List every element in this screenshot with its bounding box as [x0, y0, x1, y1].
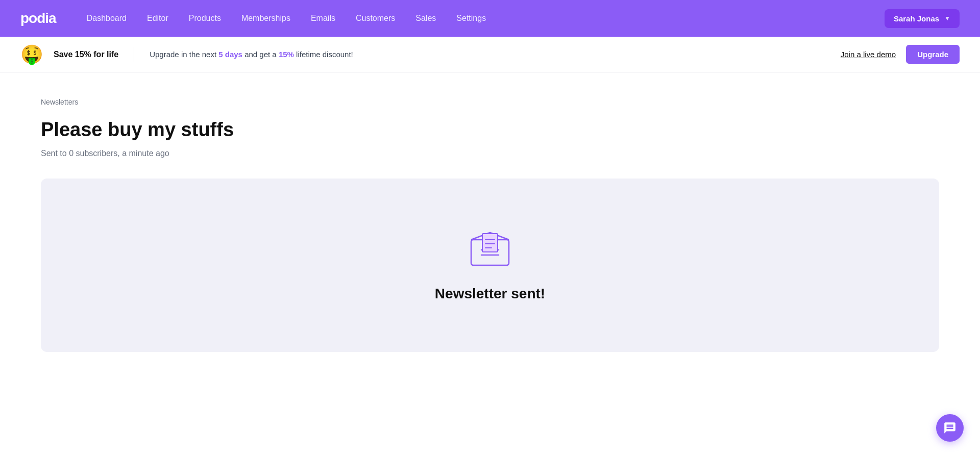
- page-title: Please buy my stuffs: [41, 118, 939, 142]
- promo-bar: 🤑 Save 15% for life Upgrade in the next …: [0, 37, 980, 72]
- nav-links: Dashboard Editor Products Memberships Em…: [87, 14, 885, 23]
- page-subtitle: Sent to 0 subscribers, a minute ago: [41, 149, 939, 158]
- chat-button[interactable]: [936, 414, 964, 442]
- nav-settings[interactable]: Settings: [456, 14, 486, 23]
- nav-sales[interactable]: Sales: [415, 14, 436, 23]
- brand-logo[interactable]: podia: [20, 10, 56, 27]
- promo-days-highlight: 5 days: [218, 50, 242, 59]
- promo-text-middle: and get a: [242, 50, 279, 59]
- promo-actions: Join a live demo Upgrade: [841, 45, 960, 64]
- sent-title: Newsletter sent!: [435, 286, 545, 302]
- nav-products[interactable]: Products: [189, 14, 221, 23]
- user-menu-button[interactable]: Sarah Jonas ▼: [885, 9, 960, 28]
- promo-text: Upgrade in the next 5 days and get a 15%…: [150, 50, 830, 59]
- breadcrumb: Newsletters: [41, 98, 939, 106]
- join-live-demo-link[interactable]: Join a live demo: [841, 50, 896, 59]
- svg-rect-3: [482, 234, 498, 252]
- user-name: Sarah Jonas: [894, 14, 939, 23]
- nav-emails[interactable]: Emails: [311, 14, 335, 23]
- nav-dashboard[interactable]: Dashboard: [87, 14, 127, 23]
- promo-title: Save 15% for life: [54, 50, 118, 59]
- promo-pct-highlight: 15%: [279, 50, 294, 59]
- upgrade-button[interactable]: Upgrade: [906, 45, 960, 64]
- promo-text-before: Upgrade in the next: [150, 50, 218, 59]
- nav-memberships[interactable]: Memberships: [241, 14, 290, 23]
- chevron-down-icon: ▼: [944, 15, 950, 22]
- nav-customers[interactable]: Customers: [356, 14, 395, 23]
- promo-text-after: lifetime discount!: [294, 50, 353, 59]
- promo-emoji: 🤑: [20, 44, 43, 65]
- main-content: Newsletters Please buy my stuffs Sent to…: [0, 72, 980, 458]
- navbar: podia Dashboard Editor Products Membersh…: [0, 0, 980, 37]
- nav-editor[interactable]: Editor: [147, 14, 168, 23]
- envelope-icon: [467, 228, 513, 271]
- promo-divider: [134, 47, 134, 62]
- sent-card: Newsletter sent!: [41, 179, 939, 352]
